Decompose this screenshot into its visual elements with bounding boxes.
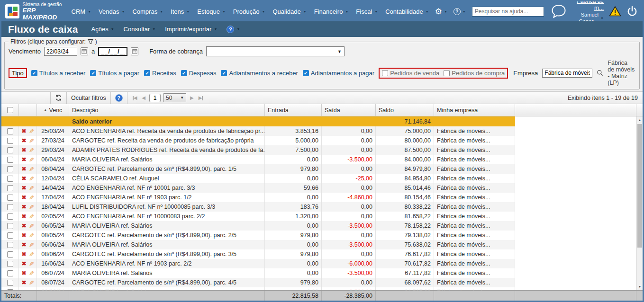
edit-icon[interactable]: ✎ <box>29 232 34 239</box>
col-minha-empresa[interactable]: Minha empresa <box>434 104 515 116</box>
help-menu[interactable]: ? ▼ <box>454 8 466 15</box>
filter-checkbox-títulos-a-receber[interactable]: ✓Títulos a receber <box>31 70 86 77</box>
edit-icon[interactable]: ✎ <box>29 213 34 220</box>
chat-icon[interactable] <box>550 4 567 19</box>
row-checkbox[interactable] <box>7 195 13 201</box>
row-checkbox[interactable] <box>7 251 13 258</box>
edit-icon[interactable]: ✎ <box>29 185 34 191</box>
row-checkbox[interactable] <box>7 213 13 220</box>
delete-icon[interactable]: ✖ <box>22 204 27 210</box>
page-size-select[interactable]: 50 ▼ <box>163 93 186 102</box>
delete-icon[interactable]: ✖ <box>22 147 27 153</box>
power-icon[interactable] <box>626 6 638 17</box>
page-help-menu[interactable]: ? ▼ <box>227 26 240 33</box>
delete-icon[interactable]: ✖ <box>22 213 27 219</box>
delete-icon[interactable]: ✖ <box>22 270 27 276</box>
warning-icon[interactable] <box>609 6 621 17</box>
filter-checkbox-adiantamentos-a-receber[interactable]: ✓Adiantamentos a receber <box>221 70 298 77</box>
account-link[interactable]: Fábrica de m... <box>572 0 604 12</box>
menu-contabilidade[interactable]: Contabilidade▼ <box>385 8 428 15</box>
delete-icon[interactable]: ✖ <box>22 223 27 229</box>
calendar-icon[interactable] <box>81 47 88 55</box>
delete-icon[interactable]: ✖ <box>22 166 27 172</box>
row-checkbox[interactable] <box>7 289 13 291</box>
hide-filters-button[interactable]: Ocultar filtros <box>67 92 111 104</box>
row-checkbox[interactable] <box>7 138 13 144</box>
row-checkbox[interactable] <box>7 223 13 229</box>
filter-checkbox-adiantamentos-a-pagar[interactable]: ✓Adiantamentos a pagar <box>303 70 374 77</box>
edit-icon[interactable]: ✎ <box>29 195 34 201</box>
refresh-button[interactable] <box>51 92 67 104</box>
select-all-checkbox[interactable] <box>7 107 13 113</box>
edit-icon[interactable]: ✎ <box>29 223 34 229</box>
row-checkbox[interactable] <box>7 185 13 191</box>
menu-financeiro[interactable]: Financeiro▼ <box>314 8 349 15</box>
delete-icon[interactable]: ✖ <box>22 261 27 266</box>
calendar-icon[interactable] <box>131 47 138 55</box>
row-checkbox[interactable] <box>7 128 13 134</box>
menu-consultar[interactable]: Consultar▼ <box>124 26 156 33</box>
row-checkbox[interactable] <box>7 261 13 267</box>
filter-checkbox-receitas[interactable]: ✓Receitas <box>144 70 176 77</box>
page-number-input[interactable] <box>149 94 161 102</box>
first-page-icon[interactable]: ◀ <box>132 95 138 100</box>
filter-checkbox-pedidos-de-venda[interactable]: Pedidos de venda <box>382 70 439 77</box>
row-checkbox[interactable] <box>7 166 13 172</box>
edit-icon[interactable]: ✎ <box>29 166 34 172</box>
menu-fiscal[interactable]: Fiscal▼ <box>356 8 378 15</box>
menu-imprimir-exportar[interactable]: Imprimir/exportar▼ <box>165 26 217 33</box>
scroll-down-icon[interactable]: ▼ <box>637 283 643 290</box>
filters-legend[interactable]: Filtros (clique para configurar: ) <box>9 38 99 45</box>
grid-help-button[interactable]: ? <box>111 92 127 104</box>
edit-icon[interactable]: ✎ <box>29 176 34 182</box>
row-checkbox[interactable] <box>7 147 13 153</box>
vencimento-to-input[interactable] <box>98 47 127 56</box>
edit-icon[interactable]: ✎ <box>29 157 34 163</box>
menu-estoque[interactable]: Estoque▼ <box>197 8 226 15</box>
delete-icon[interactable]: ✖ <box>22 128 27 134</box>
vertical-scrollbar[interactable]: ▲ ▼ <box>636 116 643 290</box>
edit-icon[interactable]: ✎ <box>29 242 34 248</box>
delete-icon[interactable]: ✖ <box>22 280 27 285</box>
edit-icon[interactable]: ✎ <box>29 280 34 286</box>
edit-icon[interactable]: ✎ <box>29 147 34 153</box>
col-venc[interactable]: ▲ Venc <box>37 104 69 116</box>
row-checkbox[interactable] <box>7 232 13 239</box>
settings-menu[interactable]: ⚙ ▼ <box>435 8 447 16</box>
prev-page-icon[interactable]: ◀ <box>141 95 146 100</box>
menu-produção[interactable]: Produção▼ <box>233 8 265 15</box>
delete-icon[interactable]: ✖ <box>22 242 27 248</box>
menu-vendas[interactable]: Vendas▼ <box>99 8 125 15</box>
col-saida[interactable]: Saída <box>322 104 376 116</box>
delete-icon[interactable]: ✖ <box>22 157 27 162</box>
menu-itens[interactable]: Itens▼ <box>171 8 190 15</box>
edit-icon[interactable]: ✎ <box>29 289 34 291</box>
search-icon[interactable] <box>597 70 603 76</box>
col-entrada[interactable]: Entrada <box>265 104 322 116</box>
edit-icon[interactable]: ✎ <box>29 261 34 267</box>
menu-compras[interactable]: Compras▼ <box>132 8 163 15</box>
forma-cobranca-select[interactable]: ▼ <box>206 46 345 56</box>
col-saldo[interactable]: Saldo <box>376 104 434 116</box>
edit-icon[interactable]: ✎ <box>29 204 34 210</box>
menu-acoes[interactable]: Ações▼ <box>91 26 114 33</box>
delete-icon[interactable]: ✖ <box>22 176 27 181</box>
menu-crm[interactable]: CRM▼ <box>72 8 91 15</box>
row-checkbox[interactable] <box>7 242 13 248</box>
row-checkbox[interactable] <box>7 280 13 286</box>
scrollbar-thumb[interactable] <box>637 124 642 248</box>
row-checkbox[interactable] <box>7 176 13 182</box>
col-descricao[interactable]: Descrição <box>69 104 265 116</box>
row-checkbox[interactable] <box>7 157 13 163</box>
filter-checkbox-pedidos-de-compra[interactable]: Pedidos de compra <box>444 70 505 77</box>
delete-icon[interactable]: ✖ <box>22 195 27 200</box>
menu-qualidade[interactable]: Qualidade▼ <box>272 8 306 15</box>
delete-icon[interactable]: ✖ <box>22 289 27 290</box>
delete-icon[interactable]: ✖ <box>22 185 27 191</box>
delete-icon[interactable]: ✖ <box>22 251 27 257</box>
delete-icon[interactable]: ✖ <box>22 138 27 143</box>
row-checkbox[interactable] <box>7 204 13 210</box>
help-search-input[interactable] <box>472 7 544 17</box>
filter-checkbox-títulos-a-pagar[interactable]: ✓Títulos a pagar <box>90 70 139 77</box>
next-page-icon[interactable]: ▶ <box>189 95 195 100</box>
